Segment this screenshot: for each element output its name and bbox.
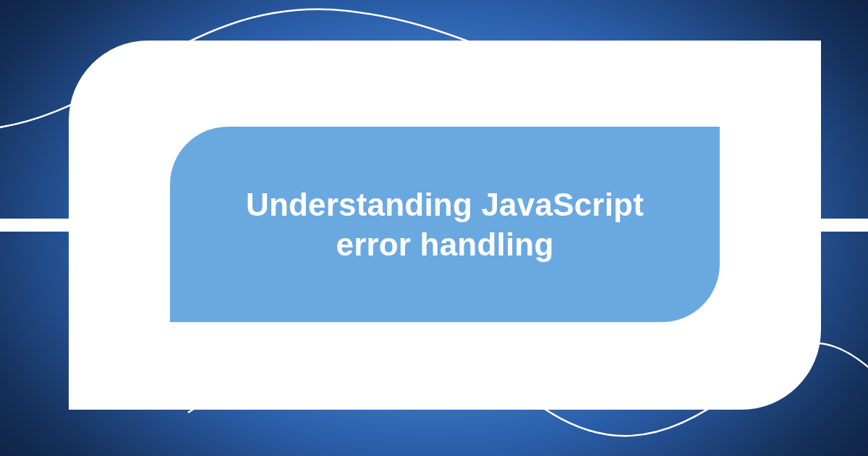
right-connector-bar	[821, 219, 868, 232]
inner-card: Understanding JavaScript error handling	[170, 127, 720, 322]
page-title: Understanding JavaScript error handling	[213, 185, 676, 264]
left-connector-bar	[0, 219, 69, 232]
